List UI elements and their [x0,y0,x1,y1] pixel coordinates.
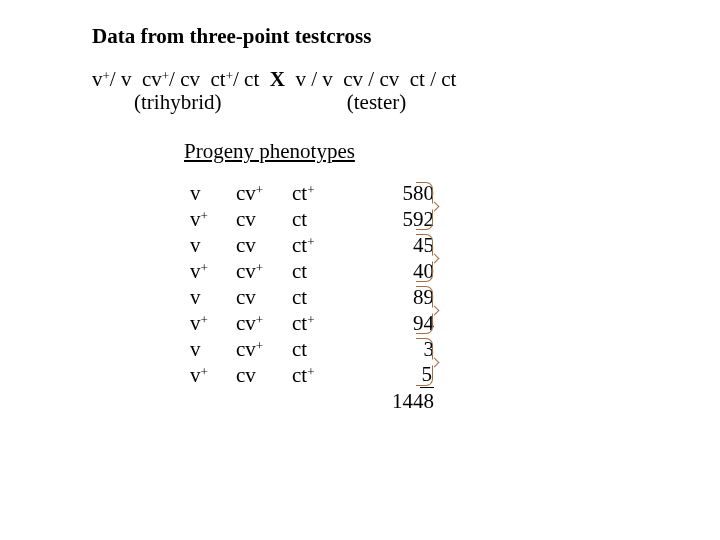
cell-cv: cv [230,206,286,232]
cell-v: v [184,336,230,362]
table-row: v+cv+ct40 [184,258,440,284]
cell-ct: ct+ [286,362,368,388]
cell-v: v+ [184,258,230,284]
cell-v: v [184,284,230,310]
progeny-table-area: vcv+ct+580v+cvct592vcvct+45v+cv+ct40vcvc… [184,180,660,450]
table-row: v+cvct592 [184,206,440,232]
trihybrid-cv: cv+/ cv [142,67,200,91]
bracket-single-crossover-1 [416,234,433,282]
cell-v: v+ [184,362,230,388]
cell-ct: ct [286,258,368,284]
cell-cv: cv [230,284,286,310]
table-row: v+cv+ct+94 [184,310,440,336]
trihybrid-ct: ct+/ ct [211,67,260,91]
cell-v: v [184,232,230,258]
cell-v: v+ [184,206,230,232]
cell-cv: cv+ [230,258,286,284]
cell-ct: ct+ [286,180,368,206]
cross-x: X [270,67,285,91]
bracket-single-crossover-2 [416,286,433,334]
cell-cv: cv [230,232,286,258]
cell-ct: ct [286,336,368,362]
cell-total: 1448 [368,388,440,414]
cell-ct: ct [286,284,368,310]
trihybrid-label: (trihybrid) [134,90,221,115]
cell-ct: ct+ [286,310,368,336]
cell-ct: ct+ [286,232,368,258]
cell-cv: cv [230,362,286,388]
tester-cv: cv / cv [343,67,399,91]
table-row: v+cvct+5 [184,362,440,388]
bracket-parental [416,182,433,230]
page-title: Data from three-point testcross [92,24,660,49]
table-row-total: 1448 [184,388,440,414]
cross-expression: v+/ v cv+/ cv ct+/ ct X v / v cv / cv ct… [92,67,660,92]
tester-ct: ct / ct [410,67,457,91]
progeny-table: vcv+ct+580v+cvct592vcvct+45v+cv+ct40vcvc… [184,180,440,414]
table-row: vcvct+45 [184,232,440,258]
cell-v: v [184,180,230,206]
table-row: vcv+ct+580 [184,180,440,206]
cell-cv: cv+ [230,180,286,206]
tester-v: v / v [295,67,332,91]
tester-label: (tester) [347,90,406,115]
progeny-heading: Progeny phenotypes [184,139,660,164]
cell-ct: ct [286,206,368,232]
trihybrid-v: v+/ v [92,67,131,91]
table-row: vcvct89 [184,284,440,310]
cell-cv: cv+ [230,310,286,336]
cross-sublabels: (trihybrid) (tester) [92,90,660,115]
cell-v: v+ [184,310,230,336]
table-row: vcv+ct3 [184,336,440,362]
cell-cv: cv+ [230,336,286,362]
bracket-double-crossover [416,338,433,386]
